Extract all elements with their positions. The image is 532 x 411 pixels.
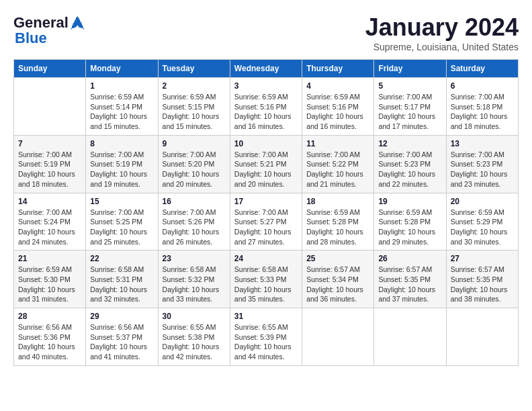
table-row: 2Sunrise: 6:59 AM Sunset: 5:15 PM Daylig… — [158, 78, 230, 136]
table-row: 12Sunrise: 7:00 AM Sunset: 5:23 PM Dayli… — [374, 135, 446, 193]
col-sunday: Sunday — [14, 60, 86, 78]
table-row: 31Sunrise: 6:55 AM Sunset: 5:39 PM Dayli… — [230, 308, 302, 366]
day-info: Sunrise: 6:57 AM Sunset: 5:34 PM Dayligh… — [306, 265, 369, 304]
day-info: Sunrise: 6:59 AM Sunset: 5:28 PM Dayligh… — [378, 208, 441, 247]
day-number: 7 — [18, 139, 81, 148]
day-number: 25 — [306, 254, 369, 263]
table-row: 23Sunrise: 6:58 AM Sunset: 5:32 PM Dayli… — [158, 250, 230, 308]
day-number: 30 — [163, 312, 226, 321]
day-info: Sunrise: 6:56 AM Sunset: 5:36 PM Dayligh… — [18, 322, 81, 362]
month-title: January 2024 — [365, 13, 519, 42]
table-row: 3Sunrise: 6:59 AM Sunset: 5:16 PM Daylig… — [230, 78, 302, 136]
location-subtitle: Supreme, Louisiana, United States — [365, 42, 519, 52]
day-info: Sunrise: 6:58 AM Sunset: 5:31 PM Dayligh… — [90, 265, 153, 304]
table-row: 6Sunrise: 7:00 AM Sunset: 5:18 PM Daylig… — [446, 78, 518, 136]
day-info: Sunrise: 7:00 AM Sunset: 5:18 PM Dayligh… — [451, 92, 514, 132]
table-row: 16Sunrise: 7:00 AM Sunset: 5:26 PM Dayli… — [158, 193, 230, 250]
day-number: 12 — [378, 139, 441, 148]
table-row: 4Sunrise: 6:59 AM Sunset: 5:16 PM Daylig… — [302, 78, 374, 136]
table-row: 11Sunrise: 7:00 AM Sunset: 5:22 PM Dayli… — [302, 135, 374, 193]
day-number: 8 — [90, 139, 153, 148]
logo-blue-text: Blue — [15, 30, 47, 47]
col-monday: Monday — [86, 60, 158, 78]
table-row: 24Sunrise: 6:58 AM Sunset: 5:33 PM Dayli… — [230, 250, 302, 308]
day-number: 13 — [451, 139, 514, 148]
day-info: Sunrise: 7:00 AM Sunset: 5:26 PM Dayligh… — [163, 208, 226, 247]
day-info: Sunrise: 6:59 AM Sunset: 5:28 PM Dayligh… — [306, 208, 369, 247]
col-wednesday: Wednesday — [230, 60, 302, 78]
col-saturday: Saturday — [446, 60, 518, 78]
day-number: 16 — [163, 197, 226, 206]
day-info: Sunrise: 6:55 AM Sunset: 5:38 PM Dayligh… — [163, 322, 226, 362]
table-row: 19Sunrise: 6:59 AM Sunset: 5:28 PM Dayli… — [374, 193, 446, 250]
day-info: Sunrise: 7:00 AM Sunset: 5:17 PM Dayligh… — [378, 92, 441, 132]
table-row — [374, 308, 446, 366]
day-number: 23 — [163, 254, 226, 263]
calendar-week-row: 28Sunrise: 6:56 AM Sunset: 5:36 PM Dayli… — [14, 308, 519, 366]
table-row — [446, 308, 518, 366]
day-number: 21 — [18, 254, 81, 263]
day-info: Sunrise: 6:56 AM Sunset: 5:37 PM Dayligh… — [90, 322, 153, 362]
calendar-week-row: 1Sunrise: 6:59 AM Sunset: 5:14 PM Daylig… — [14, 78, 519, 136]
day-info: Sunrise: 7:00 AM Sunset: 5:27 PM Dayligh… — [234, 208, 298, 247]
day-number: 11 — [306, 139, 369, 148]
table-row — [302, 308, 374, 366]
table-row — [14, 78, 86, 136]
col-thursday: Thursday — [302, 60, 374, 78]
day-number: 9 — [163, 139, 226, 148]
day-info: Sunrise: 7:00 AM Sunset: 5:25 PM Dayligh… — [90, 208, 153, 247]
table-row: 10Sunrise: 7:00 AM Sunset: 5:21 PM Dayli… — [230, 135, 302, 193]
day-info: Sunrise: 6:59 AM Sunset: 5:29 PM Dayligh… — [451, 208, 514, 247]
day-number: 15 — [90, 197, 153, 206]
table-row: 27Sunrise: 6:57 AM Sunset: 5:35 PM Dayli… — [446, 250, 518, 308]
day-info: Sunrise: 7:00 AM Sunset: 5:19 PM Dayligh… — [18, 150, 81, 189]
calendar-week-row: 14Sunrise: 7:00 AM Sunset: 5:24 PM Dayli… — [14, 193, 519, 250]
day-info: Sunrise: 7:00 AM Sunset: 5:23 PM Dayligh… — [378, 150, 441, 189]
table-row: 20Sunrise: 6:59 AM Sunset: 5:29 PM Dayli… — [446, 193, 518, 250]
day-number: 31 — [234, 312, 298, 321]
table-row: 28Sunrise: 6:56 AM Sunset: 5:36 PM Dayli… — [14, 308, 86, 366]
table-row: 9Sunrise: 7:00 AM Sunset: 5:20 PM Daylig… — [158, 135, 230, 193]
day-number: 18 — [306, 197, 369, 206]
table-row: 13Sunrise: 7:00 AM Sunset: 5:23 PM Dayli… — [446, 135, 518, 193]
table-row: 7Sunrise: 7:00 AM Sunset: 5:19 PM Daylig… — [14, 135, 86, 193]
table-row: 18Sunrise: 6:59 AM Sunset: 5:28 PM Dayli… — [302, 193, 374, 250]
day-info: Sunrise: 6:57 AM Sunset: 5:35 PM Dayligh… — [378, 265, 441, 304]
day-number: 4 — [306, 81, 369, 91]
table-row: 1Sunrise: 6:59 AM Sunset: 5:14 PM Daylig… — [86, 78, 158, 136]
table-row: 25Sunrise: 6:57 AM Sunset: 5:34 PM Dayli… — [302, 250, 374, 308]
day-info: Sunrise: 6:59 AM Sunset: 5:16 PM Dayligh… — [306, 92, 369, 132]
table-row: 14Sunrise: 7:00 AM Sunset: 5:24 PM Dayli… — [14, 193, 86, 250]
day-info: Sunrise: 7:00 AM Sunset: 5:20 PM Dayligh… — [163, 150, 226, 189]
col-tuesday: Tuesday — [158, 60, 230, 78]
day-number: 29 — [90, 312, 153, 321]
day-number: 26 — [378, 254, 441, 263]
logo: General ⮝ Blue — [13, 13, 86, 47]
day-number: 14 — [18, 197, 81, 206]
day-info: Sunrise: 6:59 AM Sunset: 5:16 PM Dayligh… — [234, 92, 298, 132]
day-info: Sunrise: 7:00 AM Sunset: 5:23 PM Dayligh… — [451, 150, 514, 189]
calendar-week-row: 21Sunrise: 6:59 AM Sunset: 5:30 PM Dayli… — [14, 250, 519, 308]
table-row: 15Sunrise: 7:00 AM Sunset: 5:25 PM Dayli… — [86, 193, 158, 250]
day-number: 10 — [234, 139, 298, 148]
table-row: 29Sunrise: 6:56 AM Sunset: 5:37 PM Dayli… — [86, 308, 158, 366]
day-info: Sunrise: 7:00 AM Sunset: 5:19 PM Dayligh… — [90, 150, 153, 189]
day-info: Sunrise: 6:59 AM Sunset: 5:14 PM Dayligh… — [90, 92, 153, 132]
day-info: Sunrise: 6:59 AM Sunset: 5:30 PM Dayligh… — [18, 265, 81, 304]
col-friday: Friday — [374, 60, 446, 78]
title-block: January 2024 Supreme, Louisiana, United … — [365, 13, 519, 52]
table-row: 5Sunrise: 7:00 AM Sunset: 5:17 PM Daylig… — [374, 78, 446, 136]
logo-bird-icon: ⮝ — [70, 13, 86, 32]
day-number: 20 — [451, 197, 514, 206]
calendar-week-row: 7Sunrise: 7:00 AM Sunset: 5:19 PM Daylig… — [14, 135, 519, 193]
table-row: 30Sunrise: 6:55 AM Sunset: 5:38 PM Dayli… — [158, 308, 230, 366]
day-number: 19 — [378, 197, 441, 206]
day-number: 22 — [90, 254, 153, 263]
calendar-table: Sunday Monday Tuesday Wednesday Thursday… — [13, 59, 519, 366]
day-info: Sunrise: 6:58 AM Sunset: 5:32 PM Dayligh… — [163, 265, 226, 304]
day-info: Sunrise: 6:58 AM Sunset: 5:33 PM Dayligh… — [234, 265, 298, 304]
day-info: Sunrise: 7:00 AM Sunset: 5:22 PM Dayligh… — [306, 150, 369, 189]
table-row: 22Sunrise: 6:58 AM Sunset: 5:31 PM Dayli… — [86, 250, 158, 308]
day-info: Sunrise: 7:00 AM Sunset: 5:24 PM Dayligh… — [18, 208, 81, 247]
day-info: Sunrise: 6:55 AM Sunset: 5:39 PM Dayligh… — [234, 322, 298, 362]
